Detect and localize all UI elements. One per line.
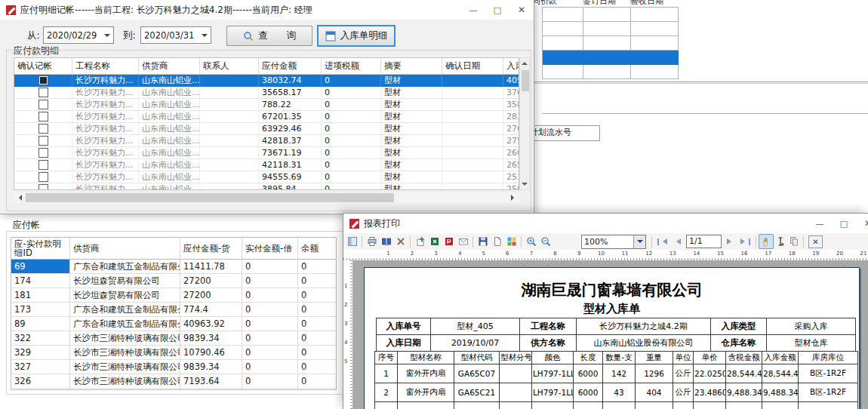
- text-select-tool-button[interactable]: [774, 235, 787, 248]
- payable-summary-row[interactable]: 329 长沙市三湘特种玻璃有限公司 10790.46 0 0: [11, 346, 336, 360]
- from-date-picker[interactable]: 2020/02/29: [43, 26, 114, 44]
- chevron-down-icon[interactable]: [101, 27, 113, 43]
- plan-serial-field[interactable]: 计划流水号: [532, 125, 600, 141]
- zoom-in-icon[interactable]: [524, 235, 538, 248]
- chevron-down-icon[interactable]: [633, 235, 645, 248]
- report-titlebar[interactable]: 报表打印 — □ ✕: [343, 214, 868, 233]
- close-preview-button[interactable]: ✕: [808, 235, 823, 248]
- excel-export-icon[interactable]: [427, 235, 442, 248]
- cell-tax: 0: [322, 147, 381, 159]
- query-button[interactable]: 查 询: [226, 26, 312, 46]
- page-view-icon[interactable]: [490, 235, 504, 248]
- payable-summary-row[interactable]: 长沙市三湘特种玻璃有限公司: [11, 389, 336, 390]
- cell-supplier: 山东南山铝业...: [139, 87, 200, 99]
- payable-detail-row[interactable]: 长沙万科魅力... 山东南山铝业... 788.22 0 型材 358: [14, 99, 519, 111]
- payable-detail-row[interactable]: 长沙万科魅力... 山东南山铝业... 73671.19 0 型材 266: [14, 147, 519, 159]
- chevron-down-icon[interactable]: [199, 27, 211, 43]
- confirm-cell: [14, 159, 72, 171]
- close-button[interactable]: ✕: [509, 0, 534, 20]
- contract-table-row[interactable]: [543, 22, 679, 36]
- payable-summary-row[interactable]: 322 长沙市三湘特种玻璃有限公司 9839.34 0 0: [11, 331, 336, 346]
- print-preview-area[interactable]: 12345 湖南巨晟门窗幕墙有限公司 型材入库单 入库单号 型材_405 工程名…: [343, 260, 868, 409]
- report-doc-title: 型材入库单: [365, 302, 859, 316]
- confirm-cell: [14, 99, 72, 111]
- copy-icon[interactable]: [787, 235, 801, 248]
- scroll-up-icon[interactable]: [520, 58, 529, 69]
- zoom-out-icon[interactable]: [538, 235, 553, 248]
- contract-col-sign-date: 签订日期: [583, 0, 630, 7]
- minimize-button[interactable]: —: [808, 214, 832, 233]
- cell-summary: 型材: [381, 111, 442, 123]
- cell-id: 322: [11, 331, 70, 346]
- last-page-button[interactable]: [737, 238, 753, 245]
- confirm-checkbox[interactable]: [38, 160, 48, 170]
- first-page-button[interactable]: [654, 238, 670, 245]
- confirm-checkbox[interactable]: [38, 75, 48, 85]
- export-icon[interactable]: [413, 235, 427, 248]
- confirm-checkbox[interactable]: [38, 112, 48, 121]
- confirm-checkbox[interactable]: [38, 136, 48, 146]
- print-icon[interactable]: [365, 235, 379, 248]
- payable-summary-row[interactable]: 327 长沙市三湘特种玻璃有限公司 9839.34 0 0: [11, 360, 336, 374]
- app-icon: [6, 5, 16, 15]
- payable-detail-row[interactable]: 长沙万科魅力... 山东南山铝业... 42818.37 0 型材 275: [14, 135, 519, 147]
- confirm-checkbox[interactable]: [38, 124, 48, 134]
- panel-icon[interactable]: [345, 235, 359, 248]
- horizontal-scrollbar-thumb[interactable]: [26, 193, 394, 202]
- vertical-scrollbar-thumb[interactable]: [522, 70, 529, 91]
- to-date-picker[interactable]: 2020/03/31: [140, 26, 211, 44]
- payable-summary-row[interactable]: 173 广东合和建筑五金制品有限公司 774.4 0 0: [11, 303, 336, 317]
- payable-detail-row[interactable]: 长沙万科魅力... 山东南山铝业... 38032.74 0 型材 405: [14, 75, 519, 87]
- payable-summary-row[interactable]: 89 广东合和建筑五金制品有限公司 40963.92 0 0: [11, 317, 336, 331]
- cell-supplier: 广东合和建筑五金制品有限公司: [70, 260, 180, 274]
- minimize-button[interactable]: —: [461, 0, 485, 20]
- confirm-checkbox[interactable]: [38, 172, 48, 182]
- confirm-checkbox[interactable]: [38, 148, 48, 158]
- contract-table-row[interactable]: [543, 8, 679, 22]
- scroll-left-icon[interactable]: [14, 192, 24, 203]
- horizontal-scrollbar[interactable]: [14, 192, 519, 203]
- inbound-detail-button-label: 入库单明细: [340, 29, 388, 42]
- pdf-export-icon[interactable]: [442, 235, 456, 248]
- next-page-button[interactable]: [724, 238, 737, 244]
- payable-detail-row[interactable]: 长沙万科魅力... 山东南山铝业... 67201.35 0 型材 283: [14, 111, 519, 123]
- confirm-checkbox[interactable]: [38, 100, 48, 109]
- inbound-detail-button[interactable]: 入库单明细: [317, 25, 396, 47]
- payable-summary-row[interactable]: 69 广东合和建筑五金制品有限公司 11411.78 0 0: [11, 260, 336, 274]
- payable-summary-row[interactable]: 181 长沙坦森贸易有限公司 27200 0 0: [11, 288, 336, 303]
- payable-detail-row[interactable]: 长沙万科魅力... 山东南山铝业... 3895.84 0 型材 250: [14, 183, 519, 190]
- payable-detail-row[interactable]: 长沙万科魅力... 山东南山铝业... 35658.17 0 型材 376: [14, 87, 519, 99]
- grid-view-icon[interactable]: [504, 235, 519, 248]
- payable-detail-row[interactable]: 长沙万科魅力... 山东南山铝业... 94555.69 0 型材 251: [14, 171, 519, 183]
- zoom-select[interactable]: 100%: [581, 235, 646, 249]
- hand-tool-button[interactable]: [759, 234, 774, 249]
- vertical-scrollbar[interactable]: [519, 57, 530, 190]
- cell-inbound-no: 376: [503, 87, 519, 99]
- confirm-checkbox[interactable]: [38, 184, 48, 190]
- col-supplier: 供货商: [70, 238, 180, 259]
- contract-table-row[interactable]: [543, 65, 679, 79]
- contract-table-row[interactable]: [543, 36, 679, 51]
- cell-paid: 0: [242, 374, 298, 389]
- payable-detail-row[interactable]: 长沙万科魅力... 山东南山铝业... 42118.31 0 型材 265: [14, 159, 519, 171]
- payable-detail-titlebar[interactable]: 应付明细记帐------当前工程: 长沙万科魅力之城4.2期------当前用户…: [0, 0, 534, 20]
- save-icon[interactable]: [476, 235, 490, 248]
- maximize-button[interactable]: □: [832, 214, 856, 233]
- cell-balance: [298, 389, 337, 390]
- scroll-down-icon[interactable]: [520, 179, 529, 189]
- tools-icon[interactable]: [393, 235, 408, 248]
- page-number-input[interactable]: 1/1: [686, 235, 722, 248]
- maximize-button[interactable]: □: [485, 0, 509, 20]
- page-setup-icon[interactable]: [379, 235, 393, 248]
- close-button[interactable]: ✕: [856, 214, 868, 233]
- scroll-right-icon[interactable]: [509, 192, 519, 203]
- confirm-checkbox[interactable]: [38, 88, 48, 97]
- cell-paid: [242, 389, 298, 390]
- prev-page-button[interactable]: [670, 238, 684, 244]
- payable-detail-row[interactable]: 长沙万科魅力... 山东南山铝业... 63929.46 0 型材 276: [14, 123, 519, 135]
- contract-table-row[interactable]: [543, 51, 679, 65]
- mail-icon[interactable]: [456, 235, 470, 248]
- cell-id: 89: [11, 317, 70, 331]
- payable-summary-row[interactable]: 326 长沙市三湘特种玻璃有限公司 7193.64 0 0: [11, 374, 336, 389]
- payable-summary-row[interactable]: 174 长沙坦森贸易有限公司 27200 0 0: [11, 274, 336, 288]
